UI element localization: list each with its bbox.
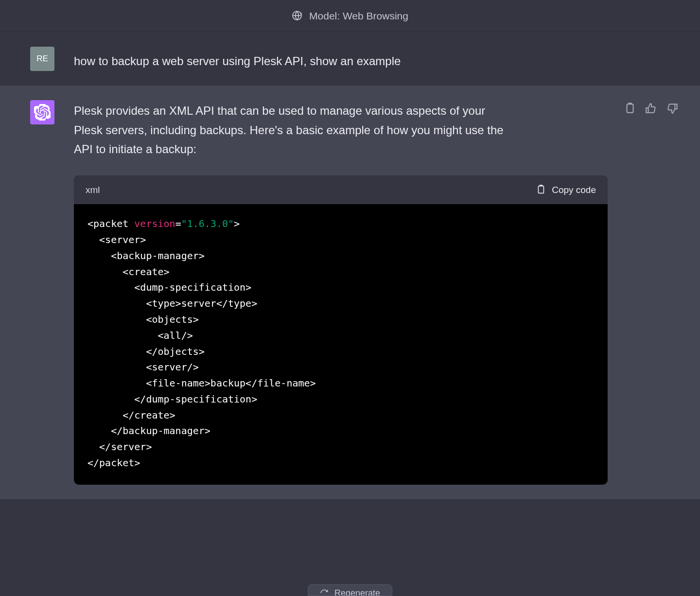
- assistant-intro-text: Plesk provides an XML API that can be us…: [74, 101, 516, 159]
- regenerate-wrap: Regenerate: [0, 576, 700, 596]
- user-message-row: RE how to backup a web server using Ples…: [0, 32, 700, 86]
- globe-browse-icon: [292, 10, 303, 22]
- code-content: <packet version="1.6.3.0"> <server> <bac…: [74, 204, 608, 485]
- regenerate-button[interactable]: Regenerate: [308, 584, 392, 596]
- regenerate-icon: [320, 589, 329, 596]
- svg-rect-2: [539, 186, 544, 193]
- code-header: xml Copy code: [74, 175, 608, 204]
- regenerate-label: Regenerate: [334, 588, 380, 596]
- thumbs-down-icon[interactable]: [666, 102, 679, 115]
- user-initials: RE: [36, 54, 48, 64]
- user-message-text: how to backup a web server using Plesk A…: [74, 47, 516, 71]
- copy-code-label: Copy code: [552, 182, 596, 197]
- code-block: xml Copy code <packet version="1.6.3.0">…: [74, 175, 608, 485]
- feedback-buttons: [623, 102, 679, 115]
- svg-rect-1: [627, 104, 633, 112]
- clipboard-icon[interactable]: [623, 102, 636, 115]
- model-label: Model: Web Browsing: [309, 10, 408, 22]
- code-language-label: xml: [86, 182, 100, 197]
- model-bar: Model: Web Browsing: [0, 0, 700, 32]
- thumbs-up-icon[interactable]: [645, 102, 657, 115]
- user-avatar: RE: [30, 47, 54, 71]
- assistant-avatar: [30, 100, 54, 124]
- assistant-message-content: Plesk provides an XML API that can be us…: [74, 100, 516, 485]
- copy-code-button[interactable]: Copy code: [535, 182, 596, 197]
- clipboard-icon: [535, 184, 546, 195]
- assistant-message-row: Plesk provides an XML API that can be us…: [0, 86, 700, 499]
